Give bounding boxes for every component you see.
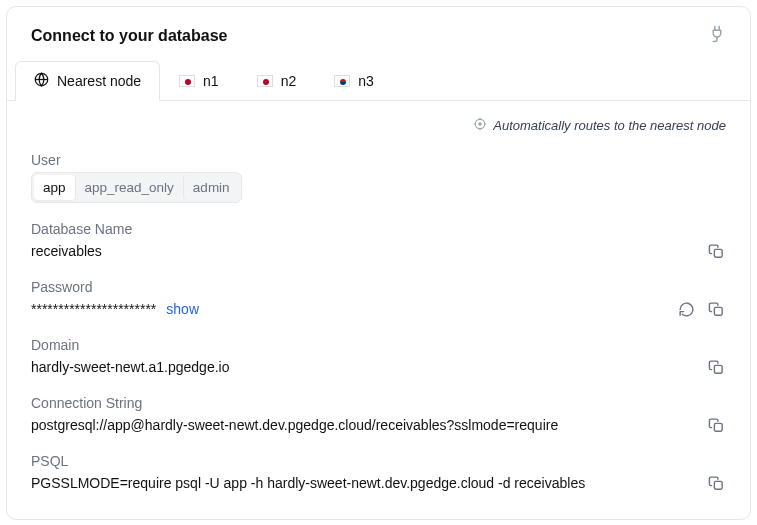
database-name-value: receivables (31, 243, 102, 259)
location-pin-icon (473, 117, 487, 134)
field-label: Domain (31, 337, 726, 353)
field-domain: Domain hardly-sweet-newt.a1.pgedge.io (31, 337, 726, 377)
field-label: Connection String (31, 395, 726, 411)
flag-japan-icon (257, 75, 273, 87)
svg-rect-6 (714, 423, 722, 431)
psql-value: PGSSLMODE=require psql -U app -h hardly-… (31, 475, 585, 491)
svg-rect-7 (714, 481, 722, 489)
copy-domain-button[interactable] (706, 357, 726, 377)
copy-database-name-button[interactable] (706, 241, 726, 261)
tab-label: n3 (358, 73, 374, 89)
user-option-app-read-only[interactable]: app_read_only (75, 175, 183, 200)
field-connection-string: Connection String postgresql://app@hardl… (31, 395, 726, 435)
copy-password-button[interactable] (706, 299, 726, 319)
connection-string-value: postgresql://app@hardly-sweet-newt.dev.p… (31, 417, 558, 433)
flag-japan-icon (179, 75, 195, 87)
svg-rect-3 (714, 249, 722, 257)
card-title: Connect to your database (31, 27, 227, 45)
field-password: Password *********************** show (31, 279, 726, 319)
tab-label: n2 (281, 73, 297, 89)
tab-n1[interactable]: n1 (160, 61, 238, 101)
user-segmented-control: app app_read_only admin (31, 172, 242, 203)
domain-value: hardly-sweet-newt.a1.pgedge.io (31, 359, 229, 375)
globe-icon (34, 72, 49, 90)
tab-n3[interactable]: n3 (315, 61, 393, 101)
field-database-name: Database Name receivables (31, 221, 726, 261)
node-tabs: Nearest node n1 n2 n3 (7, 60, 750, 101)
copy-psql-button[interactable] (706, 473, 726, 493)
tab-nearest-node[interactable]: Nearest node (15, 61, 160, 101)
user-option-app[interactable]: app (34, 175, 75, 200)
connect-card: Connect to your database Nearest node n1… (6, 6, 751, 520)
autoroute-text: Automatically routes to the nearest node (493, 118, 726, 133)
field-label: User (31, 152, 726, 168)
svg-rect-4 (714, 307, 722, 315)
user-option-admin[interactable]: admin (183, 175, 239, 200)
plug-icon (708, 25, 726, 46)
tab-label: n1 (203, 73, 219, 89)
tab-body: Automatically routes to the nearest node… (7, 101, 750, 519)
card-header: Connect to your database (7, 7, 750, 60)
field-label: Password (31, 279, 726, 295)
show-password-button[interactable]: show (166, 301, 199, 317)
field-label: PSQL (31, 453, 726, 469)
copy-connection-string-button[interactable] (706, 415, 726, 435)
autoroute-note: Automatically routes to the nearest node (31, 117, 726, 134)
password-masked-value: *********************** (31, 301, 156, 317)
field-psql: PSQL PGSSLMODE=require psql -U app -h ha… (31, 453, 726, 493)
flag-south-korea-icon (334, 75, 350, 87)
regenerate-password-button[interactable] (676, 299, 696, 319)
field-user: User app app_read_only admin (31, 152, 726, 203)
tab-n2[interactable]: n2 (238, 61, 316, 101)
field-label: Database Name (31, 221, 726, 237)
tab-label: Nearest node (57, 73, 141, 89)
svg-point-2 (479, 123, 481, 125)
svg-rect-5 (714, 365, 722, 373)
